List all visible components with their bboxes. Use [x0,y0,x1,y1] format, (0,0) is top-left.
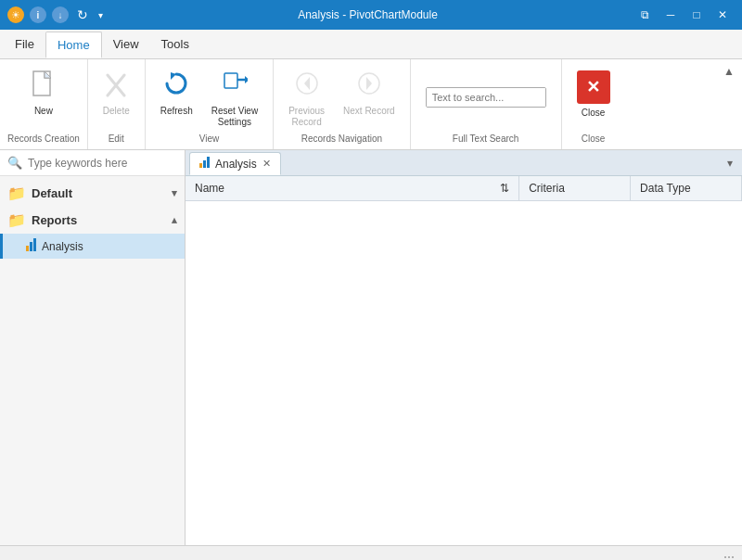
ribbon: New Records Creation Delete Edit [0,59,742,150]
ribbon-group-search-label: Full Text Search [453,132,519,146]
ribbon-group-records-nav: Previous Record Next Record Records Navi… [274,59,410,149]
tab-analysis-icon [199,157,210,171]
ribbon-group-records-nav-content: Previous Record Next Record [281,63,402,132]
previous-record-icon [294,70,320,104]
tab-analysis[interactable]: Analysis ✕ [189,152,281,175]
app-icon-sun: ☀ [7,6,24,23]
app-icon-info: i [30,6,46,23]
reset-view-icon [222,70,248,104]
ribbon-group-edit-content: Delete [96,63,137,132]
title-bar-controls: ⧉ ─ □ ✕ [633,6,735,24]
delete-icon [103,70,129,104]
ribbon-search-container: 🔍 [418,67,554,111]
refresh-button-label: Refresh [160,106,193,117]
ribbon-group-view-content: Refresh Reset View Settings [153,63,265,132]
title-bar: ☀ i ↓ ↻ ▾ Analysis - PivotChartModule ⧉ … [0,0,742,30]
ribbon-group-close-label: Close [582,132,606,146]
menu-home[interactable]: Home [45,32,102,58]
svg-marker-7 [245,76,248,83]
menu-bar: File Home View Tools [0,30,742,59]
col-header-criteria: Criteria [519,176,631,201]
tab-bar-chevron-icon[interactable]: ▾ [722,155,738,172]
new-icon [31,70,57,104]
scroll-indicator: ⋯ [723,551,735,561]
app-icon-download: ↓ [52,6,69,23]
close-button[interactable]: ✕ Close [569,67,618,121]
folder-reports-icon: 📁 [7,211,26,229]
content-area: 🔍 📁 Default ▾ 📁 Reports ▴ [0,150,742,545]
ribbon-collapse-button[interactable]: ▲ [720,63,738,80]
tree-group-default-label: Default [32,186,72,200]
tab-analysis-label: Analysis [215,158,257,171]
menu-view[interactable]: View [102,32,150,57]
ribbon-group-records-creation-label: Records Creation [7,132,80,146]
search-box: 🔍 [426,87,546,108]
refresh-button[interactable]: Refresh [153,67,200,121]
menu-file[interactable]: File [4,32,45,57]
new-button[interactable]: New [23,67,64,121]
maximize-button[interactable]: □ [684,6,709,24]
sidebar-search-icon: 🔍 [7,156,22,170]
next-record-button[interactable]: Next Record [336,67,403,121]
title-bar-app-icons: ☀ i ↓ ↻ ▾ [7,6,103,23]
tree-group-default[interactable]: 📁 Default ▾ [0,180,185,207]
ribbon-group-view-label: View [199,132,220,146]
menu-tools[interactable]: Tools [150,32,200,57]
status-bar: ⋯ [0,545,742,560]
sidebar: 🔍 📁 Default ▾ 📁 Reports ▴ [0,150,186,545]
close-button-label: Close [582,108,606,118]
tab-close-button[interactable]: ✕ [262,158,271,170]
previous-record-button-label: Previous Record [288,106,325,128]
app-icon-refresh: ↻ [74,6,91,23]
tree-reports-collapse-icon: ▴ [172,214,177,226]
new-button-label: New [34,106,53,117]
minimize-button[interactable]: ─ [659,6,683,24]
col-header-datatype: Data Type [631,176,742,201]
reset-view-button[interactable]: Reset View Settings [204,67,265,132]
data-table-area: Name ⇅ Criteria Data Type [186,176,742,545]
data-table: Name ⇅ Criteria Data Type [186,176,742,201]
ribbon-group-view: Refresh Reset View Settings View [146,59,274,149]
reset-view-button-label: Reset View Settings [211,106,258,128]
tree-group-reports-label: Reports [32,213,77,227]
search-input[interactable] [427,88,546,107]
restore-button[interactable]: ⧉ [633,6,657,24]
sidebar-search-input[interactable] [28,157,177,170]
refresh-icon [163,70,189,104]
next-record-button-label: Next Record [343,106,395,117]
sidebar-search-container: 🔍 [0,150,185,176]
ribbon-group-edit: Delete Edit [88,59,146,149]
sidebar-item-analysis-label: Analysis [42,240,83,253]
ribbon-group-search: 🔍 Full Text Search [411,59,562,149]
main-panel: Analysis ✕ ▾ Name ⇅ Criteria Data Type [186,150,742,545]
delete-button-label: Delete [103,106,130,117]
col-header-name: Name ⇅ [186,176,519,201]
ribbon-group-edit-label: Edit [109,132,124,146]
ribbon-group-records-creation: New Records Creation [0,59,88,149]
sort-name-icon[interactable]: ⇅ [500,182,509,195]
ribbon-group-close-content: ✕ Close [569,63,618,132]
ribbon-group-records-creation-content: New [23,63,64,132]
tree-group-reports[interactable]: 📁 Reports ▴ [0,207,185,234]
ribbon-group-records-nav-label: Records Navigation [301,132,382,146]
close-icon: ✕ [577,70,610,104]
sidebar-item-analysis[interactable]: Analysis [0,234,185,259]
delete-button[interactable]: Delete [96,67,137,121]
close-window-button[interactable]: ✕ [710,6,735,24]
window-title: Analysis - PivotChartModule [103,8,633,21]
tab-bar: Analysis ✕ ▾ [186,150,742,176]
ribbon-group-search-content: 🔍 [418,63,554,132]
previous-record-button[interactable]: Previous Record [281,67,332,132]
sidebar-tree: 📁 Default ▾ 📁 Reports ▴ Analysis [0,176,185,545]
ribbon-group-close: ✕ Close Close [562,59,625,149]
svg-rect-5 [224,73,237,88]
tree-default-collapse-icon: ▾ [172,187,177,199]
next-record-icon [356,70,382,104]
folder-default-icon: 📁 [7,185,26,202]
analysis-chart-icon [26,238,36,254]
